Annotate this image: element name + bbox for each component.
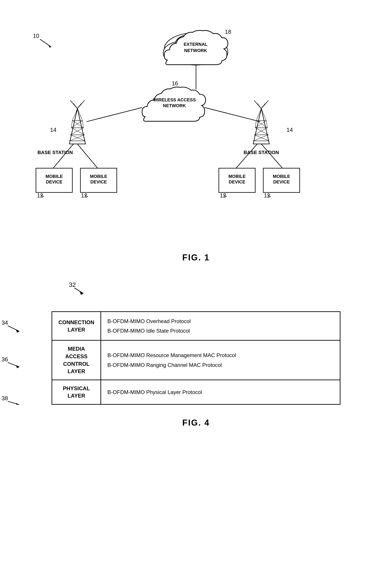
- svg-line-87: [8, 362, 19, 367]
- svg-point-5: [196, 41, 228, 63]
- page: 10 EXTERNAL NETWORK 1: [0, 0, 392, 561]
- svg-line-63: [236, 144, 257, 168]
- svg-text:MOBILE: MOBILE: [46, 174, 63, 179]
- svg-point-3: [164, 33, 227, 65]
- svg-line-56: [254, 128, 267, 135]
- svg-line-20: [77, 103, 81, 108]
- svg-text:12: 12: [81, 192, 87, 199]
- svg-text:MOBILE: MOBILE: [90, 174, 107, 179]
- svg-line-32: [73, 121, 84, 128]
- svg-text:38: 38: [1, 395, 8, 402]
- svg-line-49: [256, 108, 261, 121]
- svg-text:DEVICE: DEVICE: [229, 180, 245, 184]
- svg-rect-8: [175, 43, 216, 63]
- fig4-ref-32: 32: [69, 281, 76, 288]
- svg-line-30: [71, 121, 73, 128]
- svg-text:WIRELESS ACCESS: WIRELESS ACCESS: [153, 97, 196, 102]
- fig1-diagram: 10 EXTERNAL NETWORK 1: [18, 13, 374, 262]
- mac-layer-cell: MEDIAACCESSCONTROLLAYER: [52, 340, 101, 380]
- svg-line-1: [40, 39, 51, 47]
- mac-protocols-cell: B-OFDM-MIMO Resource Management MAC Prot…: [101, 340, 340, 380]
- svg-line-52: [266, 121, 267, 128]
- svg-text:BASE STATION: BASE STATION: [244, 150, 279, 155]
- svg-text:16: 16: [172, 80, 178, 86]
- svg-rect-65: [36, 168, 73, 192]
- svg-marker-88: [16, 365, 19, 368]
- fig1-label: FIG. 1: [182, 253, 210, 262]
- svg-rect-71: [219, 168, 255, 192]
- svg-point-7: [191, 35, 217, 51]
- svg-text:34: 34: [1, 319, 8, 326]
- svg-line-36: [70, 135, 85, 141]
- svg-line-62: [77, 144, 97, 168]
- svg-line-57: [254, 135, 269, 141]
- svg-line-18: [205, 108, 260, 122]
- svg-line-37: [70, 135, 85, 141]
- svg-line-50: [261, 108, 266, 121]
- svg-line-17: [86, 108, 142, 122]
- svg-line-35: [70, 128, 83, 135]
- svg-point-6: [175, 35, 203, 53]
- svg-text:DEVICE: DEVICE: [46, 180, 62, 184]
- svg-rect-74: [263, 168, 300, 192]
- svg-text:EXTERNAL: EXTERNAL: [184, 42, 208, 47]
- svg-text:12: 12: [264, 192, 270, 199]
- svg-line-54: [255, 121, 266, 128]
- svg-text:14: 14: [50, 127, 56, 133]
- svg-line-33: [71, 121, 83, 128]
- svg-text:MOBILE: MOBILE: [273, 174, 290, 179]
- svg-text:BASE STATION: BASE STATION: [38, 150, 73, 155]
- svg-line-28: [73, 108, 78, 121]
- fig4-diagram: 32 CONNECTIONLAYER: [18, 280, 374, 428]
- svg-line-55: [255, 128, 268, 135]
- svg-line-42: [254, 100, 261, 108]
- physical-protocols-cell: B-OFDM-MIMO Physical Layer Protocol: [101, 380, 340, 404]
- physical-layer-cell: PHYSICALLAYER: [52, 380, 101, 404]
- svg-line-29: [77, 108, 83, 121]
- svg-text:NETWORK: NETWORK: [184, 48, 207, 53]
- svg-line-41: [261, 103, 265, 108]
- svg-text:14: 14: [286, 127, 293, 133]
- svg-text:36: 36: [1, 356, 8, 363]
- svg-line-40: [257, 103, 261, 108]
- svg-marker-85: [16, 330, 19, 333]
- svg-line-51: [255, 121, 256, 128]
- fig4-label: FIG. 4: [182, 418, 210, 427]
- svg-marker-91: [16, 403, 19, 405]
- svg-line-22: [77, 100, 85, 108]
- svg-marker-2: [48, 44, 51, 48]
- svg-line-43: [261, 100, 268, 108]
- svg-line-53: [256, 121, 267, 128]
- table-row-physical: PHYSICALLAYER B-OFDM-MIMO Physical Layer…: [52, 380, 340, 404]
- svg-marker-44: [253, 108, 269, 144]
- svg-point-4: [163, 42, 196, 64]
- svg-line-64: [261, 144, 282, 168]
- svg-text:MOBILE: MOBILE: [228, 174, 246, 179]
- svg-marker-23: [69, 108, 85, 144]
- svg-text:DEVICE: DEVICE: [273, 180, 290, 184]
- svg-text:18: 18: [225, 29, 231, 35]
- table-row-mac: MEDIAACCESSCONTROLLAYER B-OFDM-MIMO Reso…: [52, 340, 340, 380]
- svg-text:DEVICE: DEVICE: [90, 180, 107, 184]
- svg-text:12: 12: [220, 192, 226, 199]
- svg-line-81: [74, 288, 83, 293]
- svg-line-90: [8, 401, 19, 405]
- connection-protocols-cell: B-OFDM-MIMO Overhead Protocol B-OFDM-MIM…: [101, 312, 340, 340]
- svg-rect-9: [167, 49, 224, 65]
- connection-layer-cell: CONNECTIONLAYER: [52, 312, 101, 340]
- svg-line-21: [70, 100, 77, 108]
- svg-text:NETWORK: NETWORK: [163, 103, 186, 108]
- svg-text:12: 12: [37, 192, 43, 199]
- svg-line-58: [253, 135, 268, 141]
- protocol-table: CONNECTIONLAYER B-OFDM-MIMO Overhead Pro…: [52, 311, 340, 405]
- svg-text:10: 10: [33, 33, 39, 39]
- svg-rect-68: [80, 168, 117, 192]
- protocol-table-wrapper: CONNECTIONLAYER B-OFDM-MIMO Overhead Pro…: [35, 311, 357, 405]
- svg-line-61: [53, 144, 73, 168]
- svg-line-31: [83, 121, 84, 128]
- svg-line-84: [8, 326, 19, 331]
- table-row-connection: CONNECTIONLAYER B-OFDM-MIMO Overhead Pro…: [52, 312, 340, 340]
- svg-line-34: [71, 128, 85, 135]
- svg-line-19: [73, 103, 77, 108]
